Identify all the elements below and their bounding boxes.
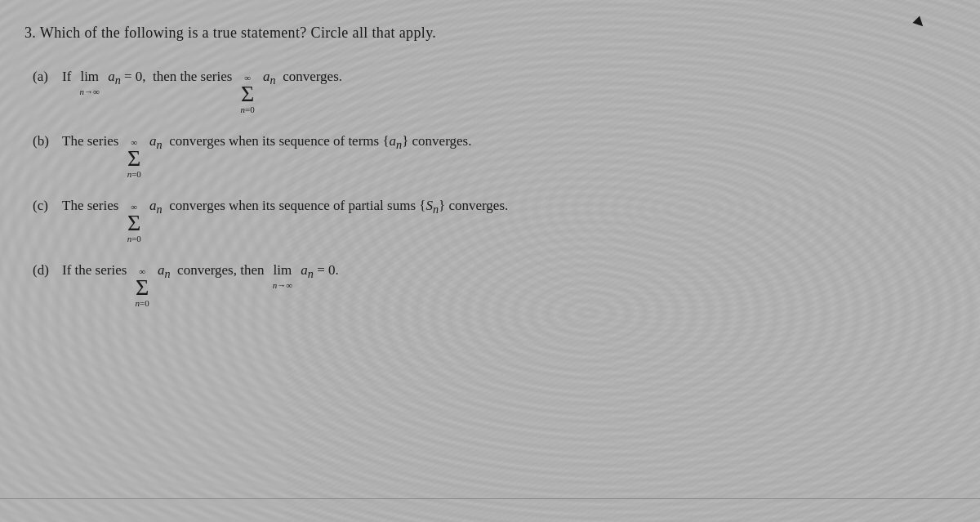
part-b-text1: The series xyxy=(62,131,122,152)
part-d-sigma: ∞ Σ n=0 xyxy=(136,267,149,308)
part-b-label: (b) xyxy=(33,131,56,152)
part-a: (a) If lim n→∞ an = 0, then the series ∞… xyxy=(33,66,947,114)
question-header: 3. Which of the following is a true stat… xyxy=(24,25,947,42)
parts-container: (a) If lim n→∞ an = 0, then the series ∞… xyxy=(24,66,947,308)
part-a-series-term: an converges. xyxy=(260,66,342,90)
part-d-text1: If the series xyxy=(62,260,131,281)
part-c-text1: The series xyxy=(62,195,122,216)
part-d-lim: lim n→∞ xyxy=(273,260,292,290)
part-b-text2: an converges when its sequence of terms … xyxy=(146,131,472,154)
part-c-content: The series ∞ Σ n=0 an converges when its… xyxy=(62,195,508,243)
part-a-an-eq: an = 0, then the series xyxy=(105,66,236,90)
part-b-content: The series ∞ Σ n=0 an converges when its… xyxy=(62,131,471,179)
part-a-label: (a) xyxy=(33,66,56,87)
part-d-text3: an = 0. xyxy=(297,260,339,283)
part-a-sigma: ∞ Σ n=0 xyxy=(241,74,255,114)
part-a-if: If xyxy=(62,66,75,87)
part-d-content: If the series ∞ Σ n=0 an converges, then… xyxy=(62,260,339,308)
bottom-divider xyxy=(0,498,980,499)
part-c-label: (c) xyxy=(33,195,56,216)
part-d-text2: an converges, then xyxy=(154,260,268,283)
page-content: 3. Which of the following is a true stat… xyxy=(0,0,980,522)
part-c: (c) The series ∞ Σ n=0 an converges when… xyxy=(33,195,947,243)
part-a-content: If lim n→∞ an = 0, then the series ∞ Σ n… xyxy=(62,66,342,114)
question-text: Which of the following is a true stateme… xyxy=(40,25,436,41)
part-d: (d) If the series ∞ Σ n=0 an converges, … xyxy=(33,260,947,308)
part-c-sigma: ∞ Σ n=0 xyxy=(127,203,141,243)
part-a-lim: lim n→∞ xyxy=(80,66,100,96)
part-b-sigma: ∞ Σ n=0 xyxy=(127,138,141,179)
question-number: 3. xyxy=(24,25,36,41)
part-d-label: (d) xyxy=(33,260,56,281)
part-b: (b) The series ∞ Σ n=0 an converges when… xyxy=(33,131,947,179)
part-c-text2: an converges when its sequence of partia… xyxy=(146,195,508,219)
